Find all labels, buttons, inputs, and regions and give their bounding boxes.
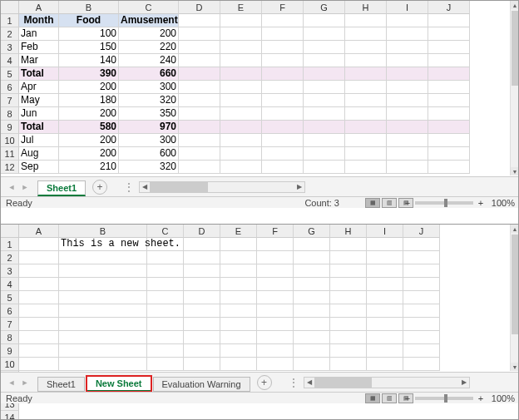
cell-I7[interactable] — [387, 94, 428, 107]
tab-nav-buttons[interactable]: ◄► — [1, 183, 31, 191]
cell-H1[interactable] — [345, 14, 387, 27]
cell-E5[interactable] — [220, 291, 257, 304]
cell-D4[interactable] — [179, 54, 220, 67]
cell-G11[interactable] — [304, 147, 345, 161]
cell-D5[interactable] — [179, 67, 220, 81]
scroll-left-arrow[interactable]: ◀ — [304, 378, 314, 386]
horizontal-scrollbar[interactable]: ◀ ▶ — [304, 377, 470, 388]
column-header-D[interactable]: D — [184, 225, 220, 238]
zoom-slider[interactable] — [415, 397, 473, 400]
cell-C9[interactable]: 970 — [119, 121, 179, 134]
cell-G5[interactable] — [304, 67, 345, 81]
cell-E12[interactable] — [220, 161, 262, 174]
cell-H9[interactable] — [345, 121, 387, 134]
cell-C8[interactable] — [147, 331, 184, 344]
cell-A8[interactable] — [19, 331, 59, 344]
cell-E2[interactable] — [220, 27, 262, 41]
cell-J5[interactable] — [403, 291, 440, 304]
cell-D2[interactable] — [184, 251, 220, 264]
cell-F5[interactable] — [257, 291, 294, 304]
row-header-11[interactable]: 11 — [1, 147, 19, 161]
cell-J9[interactable] — [403, 344, 440, 358]
scroll-thumb[interactable] — [512, 235, 518, 334]
cell-H9[interactable] — [330, 344, 367, 358]
row-header-5[interactable]: 5 — [1, 67, 19, 81]
cell-A11[interactable]: Aug — [19, 147, 59, 161]
cell-H3[interactable] — [345, 41, 387, 54]
cell-H6[interactable] — [330, 304, 367, 318]
cell-E6[interactable] — [220, 304, 257, 318]
hscroll-thumb[interactable] — [150, 182, 208, 192]
cell-I4[interactable] — [387, 54, 428, 67]
page-layout-view-icon[interactable]: ▥ — [382, 393, 397, 403]
cell-F6[interactable] — [262, 81, 304, 94]
zoom-in-icon[interactable]: + — [477, 198, 485, 208]
cell-B1[interactable]: Food — [59, 14, 119, 27]
row-header-12[interactable]: 12 — [1, 161, 19, 174]
cell-I3[interactable] — [387, 41, 428, 54]
cell-I12[interactable] — [387, 161, 428, 174]
cell-C1[interactable]: Amusement — [119, 14, 179, 27]
column-header-J[interactable]: J — [403, 225, 440, 238]
cell-I9[interactable] — [387, 121, 428, 134]
cell-B9[interactable] — [59, 344, 147, 358]
cell-A7[interactable] — [19, 318, 59, 331]
zoom-in-icon[interactable]: + — [477, 393, 485, 403]
cell-B1[interactable]: This is a new sheet. — [59, 238, 147, 251]
column-header-A[interactable]: A — [19, 1, 59, 14]
cell-D5[interactable] — [184, 291, 220, 304]
column-header-B[interactable]: B — [59, 225, 147, 238]
scroll-right-arrow[interactable]: ▶ — [459, 378, 469, 386]
cell-H4[interactable] — [345, 54, 387, 67]
cell-B6[interactable]: 200 — [59, 81, 119, 94]
new-sheet-button[interactable]: + — [92, 180, 107, 195]
cell-C9[interactable] — [147, 344, 184, 358]
row-header-9[interactable]: 9 — [1, 121, 19, 134]
cell-G2[interactable] — [294, 251, 330, 264]
cell-I5[interactable] — [367, 291, 403, 304]
cell-C10[interactable] — [147, 358, 184, 371]
row-header-2[interactable]: 2 — [1, 27, 19, 41]
cell-E1[interactable] — [220, 238, 257, 251]
column-header-A[interactable]: A — [19, 225, 59, 238]
row-header-7[interactable]: 7 — [1, 318, 19, 331]
cell-A6[interactable] — [19, 304, 59, 318]
column-header-I[interactable]: I — [387, 1, 428, 14]
cell-grid[interactable]: MonthFoodAmusementJan100200Feb150220Mar1… — [19, 14, 510, 175]
bottom-sheet[interactable]: ABCDEFGHIJ 123456789101112131415 This is… — [1, 224, 518, 392]
cell-B5[interactable] — [59, 291, 147, 304]
cell-E6[interactable] — [220, 81, 262, 94]
cell-D3[interactable] — [184, 264, 220, 278]
cell-G4[interactable] — [294, 278, 330, 291]
column-header-C[interactable]: C — [119, 1, 179, 14]
cell-H5[interactable] — [330, 291, 367, 304]
cell-H2[interactable] — [330, 251, 367, 264]
cell-J7[interactable] — [428, 94, 470, 107]
column-header-E[interactable]: E — [220, 1, 262, 14]
cell-F4[interactable] — [257, 278, 294, 291]
scroll-thumb[interactable] — [512, 11, 518, 86]
cell-J10[interactable] — [403, 358, 440, 371]
column-header-H[interactable]: H — [345, 1, 387, 14]
top-sheet[interactable]: ABCDEFGHIJ 123456789101112 MonthFoodAmus… — [1, 1, 518, 196]
cell-C2[interactable]: 200 — [119, 27, 179, 41]
cell-G1[interactable] — [304, 14, 345, 27]
tab-nav-buttons[interactable]: ◄► — [1, 378, 31, 387]
cell-I3[interactable] — [367, 264, 403, 278]
cell-G6[interactable] — [304, 81, 345, 94]
cell-G9[interactable] — [294, 344, 330, 358]
cell-F7[interactable] — [262, 94, 304, 107]
cell-G1[interactable] — [294, 238, 330, 251]
cell-F2[interactable] — [257, 251, 294, 264]
cell-A3[interactable]: Feb — [19, 41, 59, 54]
cell-A4[interactable]: Mar — [19, 54, 59, 67]
cell-E8[interactable] — [220, 331, 257, 344]
cell-F9[interactable] — [262, 121, 304, 134]
cell-D7[interactable] — [179, 94, 220, 107]
row-header-6[interactable]: 6 — [1, 304, 19, 318]
zoom-control[interactable]: − + 100% — [403, 393, 515, 403]
cell-E1[interactable] — [220, 14, 262, 27]
cell-F1[interactable] — [262, 14, 304, 27]
cell-F4[interactable] — [262, 54, 304, 67]
row-header-6[interactable]: 6 — [1, 81, 19, 94]
